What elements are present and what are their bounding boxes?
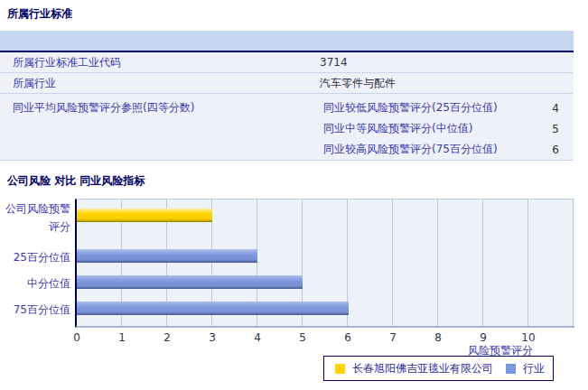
table-row: 所属行业标准工业代码 3714 <box>0 52 574 73</box>
x-tick: 9 <box>480 331 487 344</box>
x-tick: 8 <box>434 331 442 344</box>
x-tick: 5 <box>299 331 306 344</box>
subrow-p25: 同业较低风险预警评分(25百分位值) 4 <box>320 98 574 118</box>
chart-plot-area <box>75 199 574 328</box>
legend-swatch-industry <box>506 364 516 374</box>
x-tick: 2 <box>163 331 171 344</box>
subrow-label-p25: 同业较低风险预警评分(25百分位值) <box>323 100 498 116</box>
bar-industry-median <box>77 275 303 289</box>
table-row-quartiles: 同业平均风险预警评分参照(四等分数) 同业较低风险预警评分(25百分位值) 4 … <box>0 94 574 161</box>
row-label-industry: 所属行业 <box>0 76 320 91</box>
chart-legend: 长春旭阳佛吉亚毯业有限公司 行业 <box>323 356 554 381</box>
risk-comparison-bar-chart: 公司风险预警评分 25百分位值 中分位值 75百分位值 0 1 2 3 4 5 … <box>0 197 588 390</box>
x-tick: 3 <box>209 331 216 344</box>
x-tick: 6 <box>344 331 351 344</box>
bar-industry-p75 <box>77 302 349 315</box>
x-tick: 1 <box>118 331 126 344</box>
legend-label-company: 长春旭阳佛吉亚毯业有限公司 <box>352 361 493 376</box>
row-label-industry-code: 所属行业标准工业代码 <box>0 55 320 70</box>
legend-swatch-company <box>335 364 345 374</box>
y-axis-label-median: 中分位值 <box>0 276 70 292</box>
x-tick: 7 <box>389 331 397 344</box>
industry-standard-section-title: 所属行业标准 <box>7 6 72 22</box>
y-axis-label-company-score: 公司风险预警评分 <box>0 200 70 236</box>
subrow-median: 同业中等风险预警评分(中位值) 5 <box>320 118 574 139</box>
row-label-quartiles: 同业平均风险预警评分参照(四等分数) <box>0 94 320 116</box>
table-row: 所属行业 汽车零件与配件 <box>0 73 574 94</box>
subrow-value-p25: 4 <box>552 102 559 115</box>
x-tick: 4 <box>254 331 261 344</box>
row-value-industry: 汽车零件与配件 <box>320 76 396 91</box>
subrow-p75: 同业较高风险预警评分(75百分位值) 6 <box>320 139 574 160</box>
legend-label-industry: 行业 <box>523 361 545 376</box>
report-page: 所属行业标准 所属行业标准工业代码 3714 所属行业 汽车零件与配件 同业平均… <box>0 0 588 390</box>
quartile-subrows: 同业较低风险预警评分(25百分位值) 4 同业中等风险预警评分(中位值) 5 同… <box>320 94 574 160</box>
x-tick: 10 <box>521 331 535 344</box>
subrow-label-p75: 同业较高风险预警评分(75百分位值) <box>323 142 498 157</box>
bar-industry-p25 <box>77 249 257 263</box>
subrow-label-median: 同业中等风险预警评分(中位值) <box>323 121 472 136</box>
bar-company-score <box>77 209 212 222</box>
y-axis-label-p25: 25百分位值 <box>0 250 70 265</box>
y-axis-label-p75: 75百分位值 <box>0 302 70 318</box>
row-value-industry-code: 3714 <box>320 56 348 69</box>
table-header-band <box>0 31 574 52</box>
subrow-value-p75: 6 <box>552 144 559 156</box>
x-axis-ticks: 0 1 2 3 4 5 6 7 8 9 10 <box>75 331 581 344</box>
risk-comparison-section-title: 公司风险 对比 同业风险指标 <box>7 173 145 189</box>
industry-standard-table: 所属行业标准工业代码 3714 所属行业 汽车零件与配件 同业平均风险预警评分参… <box>0 31 574 161</box>
x-tick: 0 <box>73 331 80 344</box>
subrow-value-median: 5 <box>552 123 559 135</box>
